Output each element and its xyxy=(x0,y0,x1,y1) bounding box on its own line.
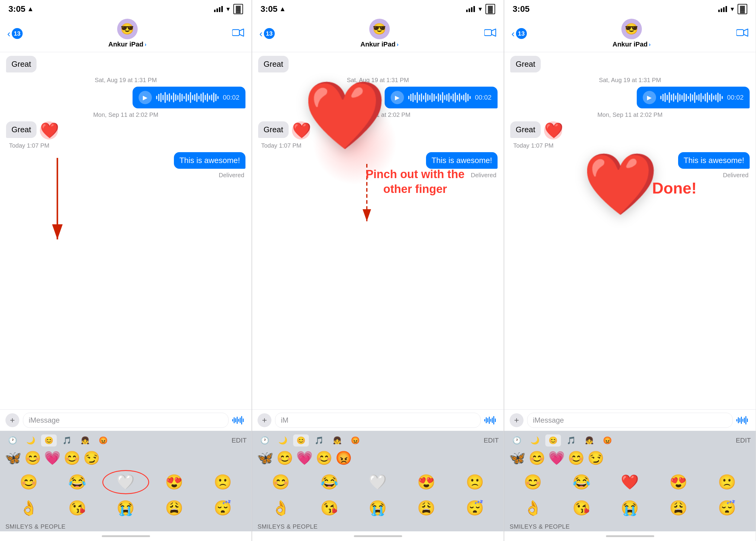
emoji-white-heart-2[interactable]: 🤍 xyxy=(355,470,401,494)
tab-nature-3[interactable]: 🌙 xyxy=(527,434,543,446)
signal-icon-1 xyxy=(214,6,223,12)
tab-music-1[interactable]: 🎵 xyxy=(59,434,75,446)
emoji-kiss-1[interactable]: 😘 xyxy=(54,496,101,520)
message-row-great-top-2: Great xyxy=(258,56,497,74)
recent-emoji-heart-pink-3[interactable]: 💗 xyxy=(548,450,565,466)
nav-bar-2: ‹ 13 😎 Ankur iPad › xyxy=(252,16,503,52)
emoji-section-label-3: SMILEYS & PEOPLE xyxy=(504,522,756,531)
contact-name-3[interactable]: Ankur iPad › xyxy=(613,40,651,48)
tab-music-2[interactable]: 🎵 xyxy=(311,434,327,446)
recent-emoji-heart-pink-2[interactable]: 💗 xyxy=(296,450,313,466)
emoji-sleep-2[interactable]: 😴 xyxy=(451,496,498,520)
emoji-hearts-eyes-2[interactable]: 😍 xyxy=(403,470,450,494)
back-badge-1: 13 xyxy=(12,28,23,39)
emoji-laugh-2[interactable]: 😂 xyxy=(306,470,353,494)
back-button-1[interactable]: ‹ 13 xyxy=(7,28,23,39)
video-button-1[interactable] xyxy=(232,28,244,39)
recent-emoji-angry-2[interactable]: 😡 xyxy=(336,450,352,466)
emoji-laugh-1[interactable]: 😂 xyxy=(54,470,101,494)
voice-bubble-1[interactable]: ▶ 00:02 xyxy=(133,87,246,108)
emoji-kiss-3[interactable]: 😘 xyxy=(558,496,605,520)
recent-emoji-smirk-1[interactable]: 😏 xyxy=(83,450,100,466)
add-button-2[interactable]: + xyxy=(258,413,272,427)
video-button-2[interactable] xyxy=(484,28,496,39)
emoji-sad-3[interactable]: 🙁 xyxy=(703,470,750,494)
input-bar-1: + iMessage xyxy=(0,409,252,431)
tab-smiley-3[interactable]: 😊 xyxy=(545,434,561,446)
recent-emoji-smile2-3[interactable]: 😊 xyxy=(568,450,584,466)
emoji-sleep-3[interactable]: 😴 xyxy=(703,496,750,520)
message-input-2[interactable]: iM xyxy=(275,413,481,428)
recent-emoji-butterfly-1[interactable]: 🦋 xyxy=(5,450,21,466)
emoji-ok-1[interactable]: 👌 xyxy=(5,496,52,520)
voice-bubble-2[interactable]: ▶ 00:02 xyxy=(384,87,497,108)
emoji-hearts-eyes-1[interactable]: 😍 xyxy=(151,470,198,494)
emoji-cry-2[interactable]: 😭 xyxy=(355,496,401,520)
contact-name-1[interactable]: Ankur iPad › xyxy=(108,40,146,48)
tab-angry-2[interactable]: 😡 xyxy=(348,434,363,446)
message-row-great-top-1: Great xyxy=(6,56,246,74)
tab-people-1[interactable]: 👧 xyxy=(77,434,93,446)
recent-emoji-smirk-3[interactable]: 😏 xyxy=(587,450,604,466)
emoji-cry-1[interactable]: 😭 xyxy=(102,496,149,520)
tab-music-3[interactable]: 🎵 xyxy=(563,434,579,446)
tab-people-2[interactable]: 👧 xyxy=(330,434,345,446)
tab-angry-1[interactable]: 😡 xyxy=(95,434,111,446)
play-button-2[interactable]: ▶ xyxy=(391,91,404,104)
emoji-white-heart-1[interactable]: 🤍 xyxy=(102,470,149,494)
back-button-3[interactable]: ‹ 13 xyxy=(511,28,527,39)
tab-nature-1[interactable]: 🌙 xyxy=(23,434,39,446)
play-button-3[interactable]: ▶ xyxy=(643,91,656,104)
tab-people-3[interactable]: 👧 xyxy=(581,434,597,446)
recent-emoji-butterfly-2[interactable]: 🦋 xyxy=(257,450,274,466)
emoji-hearts-eyes-3[interactable]: 😍 xyxy=(655,470,702,494)
emoji-weary-2[interactable]: 😩 xyxy=(403,496,450,520)
emoji-sad-2[interactable]: 🙁 xyxy=(451,470,498,494)
edit-button-3[interactable]: EDIT xyxy=(736,436,751,444)
recent-emoji-smile-2[interactable]: 😊 xyxy=(277,450,293,466)
emoji-sad-1[interactable]: 🙁 xyxy=(199,470,246,494)
input-bar-3: + iMessage xyxy=(504,409,756,431)
message-input-1[interactable]: iMessage xyxy=(23,413,229,428)
contact-name-2[interactable]: Ankur iPad › xyxy=(361,40,398,48)
emoji-weary-1[interactable]: 😩 xyxy=(151,496,198,520)
tab-nature-2[interactable]: 🌙 xyxy=(275,434,291,446)
emoji-weary-3[interactable]: 😩 xyxy=(655,496,702,520)
play-button-1[interactable]: ▶ xyxy=(139,91,152,104)
message-input-3[interactable]: iMessage xyxy=(527,413,733,428)
emoji-red-heart-3[interactable]: ❤️ xyxy=(606,470,653,494)
emoji-laugh-3[interactable]: 😂 xyxy=(558,470,605,494)
emoji-smile-3[interactable]: 😊 xyxy=(510,470,556,494)
avatar-2: 😎 xyxy=(369,19,390,39)
nav-center-1: 😎 Ankur iPad › xyxy=(108,19,146,48)
emoji-smile-1[interactable]: 😊 xyxy=(5,470,52,494)
voice-bubble-3[interactable]: ▶ 00:02 xyxy=(637,87,750,108)
emoji-sleep-1[interactable]: 😴 xyxy=(199,496,246,520)
emoji-ok-2[interactable]: 👌 xyxy=(258,496,304,520)
add-button-3[interactable]: + xyxy=(510,413,523,427)
emoji-smile-2[interactable]: 😊 xyxy=(258,470,304,494)
recent-emoji-smile2-1[interactable]: 😊 xyxy=(64,450,80,466)
recent-emoji-smile-3[interactable]: 😊 xyxy=(529,450,545,466)
edit-button-2[interactable]: EDIT xyxy=(484,436,499,444)
tab-recent-3[interactable]: 🕐 xyxy=(509,434,525,446)
recent-emoji-smile-1[interactable]: 😊 xyxy=(24,450,41,466)
video-button-3[interactable] xyxy=(736,28,748,39)
emoji-ok-3[interactable]: 👌 xyxy=(510,496,556,520)
recent-emoji-butterfly-3[interactable]: 🦋 xyxy=(509,450,526,466)
tab-recent-1[interactable]: 🕐 xyxy=(5,434,21,446)
waveform-3 xyxy=(660,92,723,103)
back-button-2[interactable]: ‹ 13 xyxy=(259,28,275,39)
recent-emoji-smile2-2[interactable]: 😊 xyxy=(316,450,333,466)
tab-smiley-1[interactable]: 😊 xyxy=(41,434,57,446)
recent-emoji-heart-pink-1[interactable]: 💗 xyxy=(44,450,61,466)
tab-angry-3[interactable]: 😡 xyxy=(600,434,615,446)
emoji-cry-3[interactable]: 😭 xyxy=(606,496,653,520)
tab-recent-2[interactable]: 🕐 xyxy=(257,434,273,446)
tab-smiley-2[interactable]: 😊 xyxy=(293,434,309,446)
edit-button-1[interactable]: EDIT xyxy=(232,436,247,444)
sent-message-row-2: This is awesome! xyxy=(258,152,497,170)
add-button-1[interactable]: + xyxy=(5,413,19,427)
wifi-icon-1: ▾ xyxy=(227,5,230,13)
emoji-kiss-2[interactable]: 😘 xyxy=(306,496,353,520)
